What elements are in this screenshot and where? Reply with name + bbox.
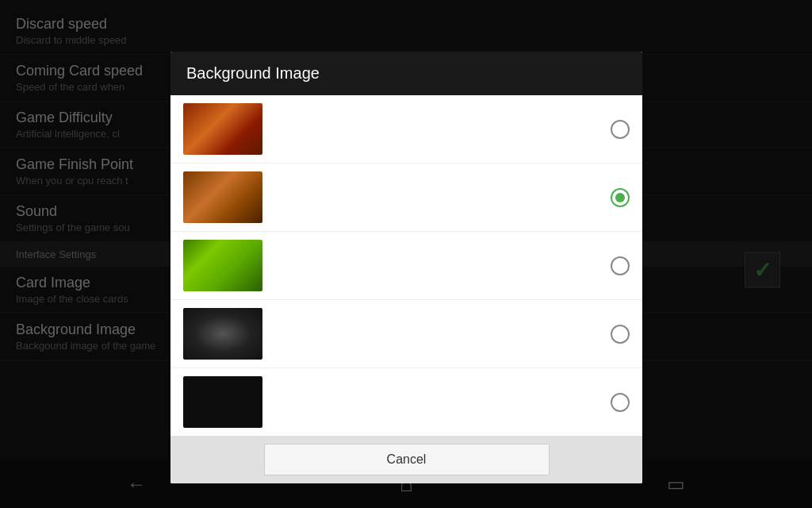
thumbnail-3 <box>183 240 262 291</box>
thumbnail-1 <box>183 103 262 155</box>
thumbnail-5 <box>183 376 262 428</box>
radio-5[interactable] <box>611 393 630 412</box>
radio-selected-indicator <box>615 193 625 202</box>
background-option-5[interactable] <box>170 368 642 436</box>
background-option-4[interactable] <box>170 300 642 368</box>
radio-3[interactable] <box>611 256 630 275</box>
radio-2[interactable] <box>611 188 630 207</box>
background-option-2[interactable] <box>170 164 642 232</box>
background-option-3[interactable] <box>170 232 642 300</box>
radio-4[interactable] <box>611 325 630 344</box>
radio-1[interactable] <box>611 120 630 139</box>
cancel-button[interactable]: Cancel <box>264 444 550 475</box>
background-image-dialog: Background Image <box>170 52 642 483</box>
dialog-title: Background Image <box>170 52 642 95</box>
background-option-1[interactable] <box>170 95 642 164</box>
thumbnail-4 <box>183 308 262 360</box>
dialog-body <box>170 95 642 436</box>
dialog-footer: Cancel <box>170 436 642 483</box>
thumbnail-2 <box>183 171 262 223</box>
